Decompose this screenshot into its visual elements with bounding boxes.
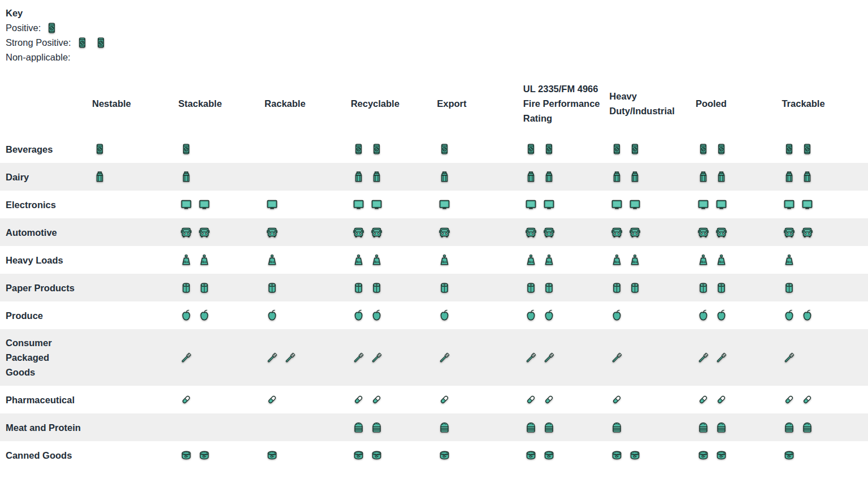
monitor-icon [801, 198, 814, 211]
canned-food-icon [370, 448, 383, 462]
rating-cell [696, 253, 782, 266]
weight-icon [715, 253, 728, 266]
weight-icon [266, 253, 279, 266]
column-header: Trackable [782, 96, 868, 111]
rating-cell [437, 198, 523, 211]
soda-can-icon [715, 143, 728, 156]
rating-cell [351, 351, 437, 364]
car-icon [610, 226, 623, 239]
canned-food-icon [610, 448, 623, 462]
pill-icon [697, 393, 710, 406]
paper-roll-icon [542, 281, 555, 294]
rating-cell [609, 198, 696, 211]
weight-icon [352, 253, 365, 266]
monitor-icon [542, 198, 555, 211]
comparison-table: NestableStackableRackableRecyclableExpor… [0, 71, 868, 469]
rating-cell [437, 309, 523, 322]
canned-food-icon [697, 448, 710, 462]
table-row: Meat and Protein [0, 413, 868, 441]
rating-cell [437, 421, 523, 434]
pill-icon [610, 393, 623, 406]
apple-icon [715, 309, 728, 322]
legend-strong-positive-label: Strong Positive: [6, 35, 71, 50]
milk-carton-icon [542, 170, 555, 183]
soda-can-icon [76, 36, 89, 49]
toothbrush-icon [352, 351, 365, 364]
burger-icon [715, 421, 728, 434]
apple-icon [783, 309, 796, 322]
table-row: Heavy Loads [0, 246, 868, 274]
burger-icon [438, 421, 451, 434]
toothbrush-icon [715, 351, 728, 364]
toothbrush-icon [524, 351, 537, 364]
pill-icon [180, 393, 193, 406]
legend-non-applicable-label: Non-applicable: [6, 50, 71, 64]
burger-icon [801, 421, 814, 434]
rating-cell [523, 198, 610, 211]
paper-roll-icon [352, 281, 365, 294]
burger-icon [783, 421, 796, 434]
toothbrush-icon [783, 351, 796, 364]
rating-cell [782, 143, 868, 156]
canned-food-icon [628, 448, 641, 462]
rating-cell [609, 143, 696, 156]
toothbrush-icon [438, 351, 451, 364]
toothbrush-icon [180, 351, 193, 364]
pill-icon [524, 393, 537, 406]
row-label: Beverages [0, 136, 92, 163]
paper-roll-icon [715, 281, 728, 294]
table-row: Automotive [0, 218, 868, 246]
milk-carton-icon [628, 170, 641, 183]
monitor-icon [783, 198, 796, 211]
rating-cell [437, 170, 523, 183]
paper-roll-icon [524, 281, 537, 294]
rating-cell [696, 198, 782, 211]
rating-cell [782, 421, 868, 434]
apple-icon [180, 309, 193, 322]
milk-carton-icon [370, 170, 383, 183]
legend-strong-positive-row: Strong Positive: [6, 35, 868, 50]
soda-can-icon [628, 143, 641, 156]
rating-cell [351, 281, 437, 294]
rating-cell [351, 198, 437, 211]
milk-carton-icon [524, 170, 537, 183]
milk-carton-icon [715, 170, 728, 183]
rating-cell [609, 351, 696, 364]
paper-roll-icon [370, 281, 383, 294]
car-icon [198, 226, 211, 239]
rating-cell [351, 393, 437, 406]
legend-positive-icons [45, 21, 58, 34]
paper-roll-icon [697, 281, 710, 294]
monitor-icon [697, 198, 710, 211]
car-icon [266, 226, 279, 239]
rating-cell [523, 226, 610, 239]
rating-cell [437, 253, 523, 266]
apple-icon [370, 309, 383, 322]
rating-cell [179, 198, 265, 211]
burger-icon [610, 421, 623, 434]
toothbrush-icon [370, 351, 383, 364]
rating-cell [437, 393, 523, 406]
row-label: Consumer Packaged Goods [0, 329, 92, 386]
pill-icon [266, 393, 279, 406]
monitor-icon [370, 198, 383, 211]
rating-cell [782, 226, 868, 239]
soda-can-icon [438, 143, 451, 156]
rating-cell [351, 170, 437, 183]
paper-roll-icon [628, 281, 641, 294]
weight-icon [610, 253, 623, 266]
rating-cell [351, 253, 437, 266]
column-header: Heavy Duty/Industrial [609, 89, 696, 118]
rating-cell [437, 448, 523, 462]
rating-cell [609, 226, 696, 239]
rating-cell [523, 170, 610, 183]
row-label: Paper Products [0, 274, 92, 301]
car-icon [783, 226, 796, 239]
pill-icon [352, 393, 365, 406]
car-icon [352, 226, 365, 239]
rating-cell [264, 281, 351, 294]
row-label: Electronics [0, 191, 92, 218]
car-icon [542, 226, 555, 239]
row-label: Pharmaceutical [0, 386, 92, 413]
soda-can-icon [93, 143, 106, 156]
